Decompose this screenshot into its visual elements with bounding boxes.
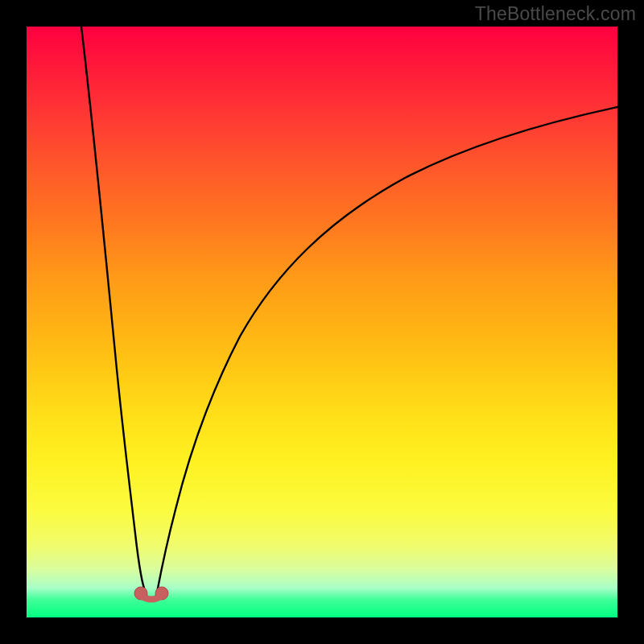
bottleneck-curve-svg — [27, 27, 617, 617]
watermark-text: TheBottleneck.com — [475, 3, 636, 25]
chart-frame: TheBottleneck.com — [0, 0, 644, 644]
min-connector — [141, 596, 162, 600]
plot-area — [27, 27, 617, 617]
bottleneck-curve-path — [81, 27, 617, 599]
